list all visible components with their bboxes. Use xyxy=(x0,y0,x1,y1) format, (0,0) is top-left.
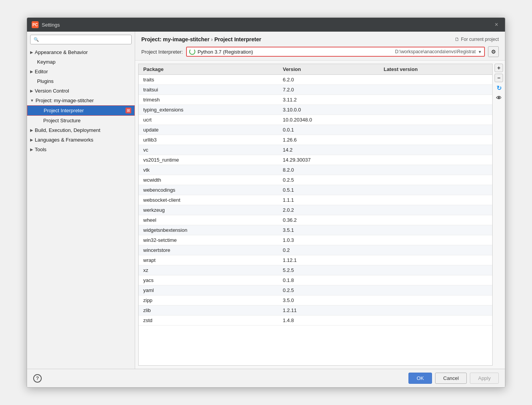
chevron-icon: ▶ xyxy=(30,138,33,142)
table-row[interactable]: yacs 0.1.8 xyxy=(139,275,492,285)
package-latest xyxy=(379,245,492,255)
sidebar-item-label: Appearance & Behavior xyxy=(35,49,88,55)
table-row[interactable]: trimesh 3.11.2 xyxy=(139,95,492,105)
sidebar-item-label: Editor xyxy=(35,69,48,74)
table-row[interactable]: update 0.0.1 xyxy=(139,125,492,135)
eye-button[interactable]: 👁 xyxy=(495,94,503,102)
breadcrumb: Project: my-image-stitcher › Project Int… xyxy=(141,36,261,42)
package-latest xyxy=(379,275,492,285)
sidebar-item-plugins[interactable]: Plugins xyxy=(27,76,135,86)
table-row[interactable]: werkzeug 2.0.2 xyxy=(139,205,492,215)
sidebar-item-project[interactable]: ▼ Project: my-image-stitcher xyxy=(27,96,135,105)
sidebar-item-label: Project: my-image-stitcher xyxy=(36,98,94,103)
col-latest: Latest version xyxy=(379,64,492,75)
breadcrumb-page: Project Interpreter xyxy=(214,36,261,42)
table-row[interactable]: widgetsnbextension 3.5.1 xyxy=(139,225,492,235)
sidebar: 🔍 ▶ Appearance & Behavior Keymap▶ Editor… xyxy=(27,32,135,369)
interpreter-dropdown-chevron: ▼ xyxy=(478,50,482,54)
copy-icon: ⊞ xyxy=(125,108,131,113)
remove-package-button[interactable]: − xyxy=(495,74,503,82)
package-version: 10.0.20348.0 xyxy=(278,115,379,125)
table-row[interactable]: vtk 8.2.0 xyxy=(139,165,492,175)
package-latest xyxy=(379,285,492,295)
package-version: 0.0.1 xyxy=(278,125,379,135)
table-row[interactable]: vs2015_runtime 14.29.30037 xyxy=(139,155,492,165)
package-latest xyxy=(379,165,492,175)
cancel-button[interactable]: Cancel xyxy=(435,373,467,384)
sidebar-item-languages-frameworks[interactable]: ▶ Languages & Frameworks xyxy=(27,135,135,145)
package-name: typing_extensions xyxy=(139,105,278,115)
table-row[interactable]: yaml 0.2.5 xyxy=(139,285,492,295)
table-row[interactable]: win32-setctime 1.0.3 xyxy=(139,235,492,245)
package-latest xyxy=(379,295,492,305)
table-row[interactable]: websocket-client 1.1.1 xyxy=(139,195,492,205)
package-area: Package Version Latest version traits 6.… xyxy=(135,61,505,369)
package-latest xyxy=(379,95,492,105)
apply-button[interactable]: Apply xyxy=(470,373,499,384)
refresh-button[interactable]: ↻ xyxy=(495,84,503,92)
table-row[interactable]: urllib3 1.26.6 xyxy=(139,135,492,145)
interpreter-settings-button[interactable]: ⚙ xyxy=(488,46,499,57)
package-version: 3.5.0 xyxy=(278,295,379,305)
package-name: yacs xyxy=(139,275,278,285)
title-bar-left: PC Settings xyxy=(32,21,60,28)
table-row[interactable]: webencodings 0.5.1 xyxy=(139,185,492,195)
table-row[interactable]: zstd 1.4.8 xyxy=(139,316,492,326)
table-row[interactable]: ucrt 10.0.20348.0 xyxy=(139,115,492,125)
col-package: Package xyxy=(139,64,278,75)
package-latest xyxy=(379,235,492,245)
package-version: 14.2 xyxy=(278,145,379,155)
for-current-project: 🗋 For current project xyxy=(455,37,499,42)
sidebar-item-keymap[interactable]: Keymap xyxy=(27,57,135,67)
interpreter-row: Project Interpreter: Python 3.7 (Registr… xyxy=(141,46,499,57)
package-latest xyxy=(379,155,492,165)
sidebar-item-version-control[interactable]: ▶ Version Control xyxy=(27,86,135,96)
app-icon: PC xyxy=(32,21,39,28)
package-name: xz xyxy=(139,265,278,275)
package-table: Package Version Latest version traits 6.… xyxy=(139,64,492,326)
sidebar-item-build-exec-deploy[interactable]: ▶ Build, Execution, Deployment xyxy=(27,125,135,135)
table-row[interactable]: zipp 3.5.0 xyxy=(139,295,492,305)
package-name: vc xyxy=(139,145,278,155)
table-row[interactable]: wincertstore 0.2 xyxy=(139,245,492,255)
package-latest xyxy=(379,145,492,155)
help-button[interactable]: ? xyxy=(33,374,42,383)
search-box[interactable]: 🔍 xyxy=(30,35,132,44)
table-row[interactable]: traitsui 7.2.0 xyxy=(139,85,492,95)
interpreter-spinner xyxy=(189,49,195,55)
col-version: Version xyxy=(278,64,379,75)
sidebar-item-appearance[interactable]: ▶ Appearance & Behavior xyxy=(27,47,135,57)
sidebar-item-project-interpreter[interactable]: Project Interpreter ⊞ xyxy=(27,105,135,116)
package-name: zstd xyxy=(139,316,278,326)
package-latest xyxy=(379,115,492,125)
sidebar-item-tools[interactable]: ▶ Tools xyxy=(27,145,135,154)
table-row[interactable]: zlib 1.2.11 xyxy=(139,305,492,316)
table-row[interactable]: wcwidth 0.2.5 xyxy=(139,175,492,185)
package-name: ucrt xyxy=(139,115,278,125)
package-version: 1.12.1 xyxy=(278,255,379,265)
package-version: 0.2.5 xyxy=(278,285,379,295)
package-version: 1.26.6 xyxy=(278,135,379,145)
table-row[interactable]: xz 5.2.5 xyxy=(139,265,492,275)
side-actions: + − ↻ 👁 xyxy=(493,61,505,369)
package-name: win32-setctime xyxy=(139,235,278,245)
sidebar-item-label: Version Control xyxy=(35,88,69,94)
chevron-icon: ▶ xyxy=(30,69,33,74)
ok-button[interactable]: OK xyxy=(408,373,432,384)
table-row[interactable]: typing_extensions 3.10.0.0 xyxy=(139,105,492,115)
package-name: urllib3 xyxy=(139,135,278,145)
interpreter-path: D:\workspace\anaconda\envs\Registrat xyxy=(395,49,476,54)
add-package-button[interactable]: + xyxy=(495,64,503,72)
search-input[interactable] xyxy=(41,37,128,42)
package-version: 2.0.2 xyxy=(278,205,379,215)
sidebar-item-project-structure[interactable]: Project Structure xyxy=(27,116,135,125)
package-name: websocket-client xyxy=(139,195,278,205)
table-row[interactable]: wheel 0.36.2 xyxy=(139,215,492,225)
table-row[interactable]: vc 14.2 xyxy=(139,145,492,155)
close-button[interactable]: × xyxy=(493,21,500,29)
interpreter-dropdown[interactable]: Python 3.7 (Registration) D:\workspace\a… xyxy=(186,47,485,57)
sidebar-item-label: Build, Execution, Deployment xyxy=(35,127,100,133)
table-row[interactable]: traits 6.2.0 xyxy=(139,75,492,85)
sidebar-item-editor[interactable]: ▶ Editor xyxy=(27,67,135,76)
table-row[interactable]: wrapt 1.12.1 xyxy=(139,255,492,265)
